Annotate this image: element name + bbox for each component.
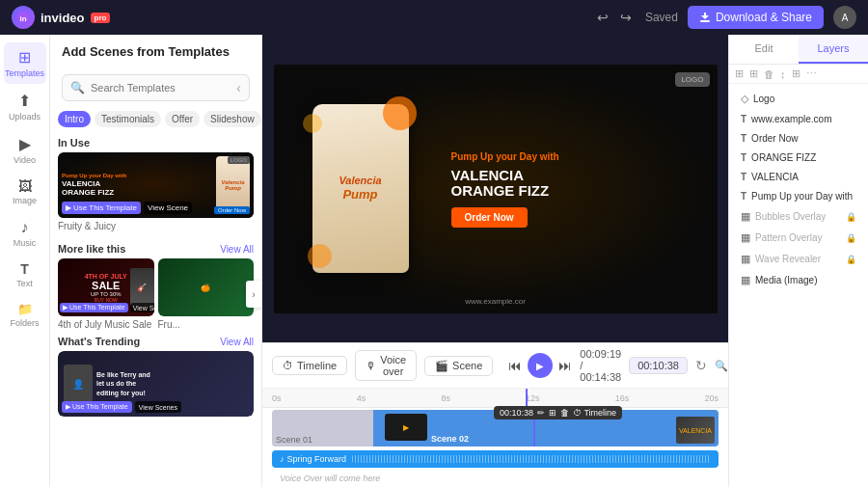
sale-thumb: 4TH OF JULY SALE UP TO 30% BUY NOW 🎸 <box>58 258 154 316</box>
more-next-button[interactable]: › <box>246 281 261 308</box>
ruler-12s: 12s <box>526 393 540 403</box>
layer-logo[interactable]: ◇ Logo <box>733 89 864 109</box>
sidebar-item-folders[interactable]: 📁 Folders <box>4 296 46 334</box>
search-input[interactable] <box>91 82 231 94</box>
in-use-template-card[interactable]: Pump Up your Day with VALENCIAORANGE FIZ… <box>58 152 254 231</box>
layers-toolbar-icon-3[interactable]: ↕ <box>780 68 786 80</box>
preview-order-button[interactable]: Order Now <box>451 207 528 228</box>
sidebar-item-video[interactable]: ▶ Video <box>4 129 46 171</box>
collapse-panel-button[interactable]: ‹ <box>236 80 241 95</box>
top-bar-right: ↩ ↪ Saved Download & Share A <box>593 6 856 29</box>
user-avatar[interactable]: A <box>833 6 856 29</box>
timeline-ruler: 0s 4s 8s 12s 16s 20s <box>262 389 728 408</box>
templates-label: Templates <box>5 68 44 78</box>
image-icon: 🖼 <box>18 178 32 194</box>
sidebar-item-image[interactable]: 🖼 Image <box>4 173 46 211</box>
order-layer-name: Order Now <box>751 133 856 144</box>
music-icon: ♪ <box>21 219 29 236</box>
voiceover-track: Voice Over will come here <box>272 472 719 485</box>
ruler-0s: 0s <box>272 393 282 403</box>
view-scene-button[interactable]: View Scene <box>144 202 192 214</box>
layer-orange-fizz[interactable]: T ORANGE FIZZ <box>733 149 864 167</box>
sidebar-item-music[interactable]: ♪ Music <box>4 213 46 254</box>
use-template-button[interactable]: ▶ Use This Template <box>62 202 141 214</box>
download-share-button[interactable]: Download & Share <box>688 6 824 29</box>
redo-button[interactable]: ↪ <box>616 8 636 27</box>
layers-toolbar-icon-1[interactable]: ⊞ <box>735 68 744 80</box>
pattern-name: Pattern Overlay <box>755 232 841 243</box>
trending-card[interactable]: 👤 Be like Terry andlet us do theediting … <box>58 351 254 417</box>
orange-deco-1 <box>383 96 417 130</box>
saved-indicator: Saved <box>645 11 678 24</box>
scene-02-thumbnail: ▶ <box>385 414 427 441</box>
orange-fizz-name: ORANGE FIZZ <box>751 152 856 163</box>
ruler-marks: 0s 4s 8s 12s 16s 20s <box>272 393 719 403</box>
url-layer-name: www.example.com <box>751 114 856 124</box>
tab-intro[interactable]: Intro <box>58 111 91 127</box>
layer-media[interactable]: ▦ Media (Image) <box>733 270 864 290</box>
tab-layers[interactable]: Layers <box>799 35 868 64</box>
layer-url[interactable]: T www.example.com <box>733 110 864 128</box>
panel-scroll: In Use Pump Up your Day with VALENCIAORA… <box>50 131 261 487</box>
timecode-refresh-button[interactable]: ↻ <box>695 358 707 373</box>
more-card-1[interactable]: 4TH OF JULY SALE UP TO 30% BUY NOW 🎸 <box>58 258 154 330</box>
play-button[interactable]: ▶ <box>528 353 553 378</box>
bubbles-name: Bubbles Overlay <box>755 211 841 222</box>
voiceover-button[interactable]: 🎙 Voice over <box>355 350 417 381</box>
valencia-name: VALENCIA <box>751 172 856 182</box>
sidebar-item-text[interactable]: T Text <box>4 256 46 294</box>
undo-button[interactable]: ↩ <box>593 8 612 27</box>
layer-pump-text[interactable]: T Pump Up your Day with <box>733 187 864 205</box>
trending-header: What's Trending View All <box>58 330 254 351</box>
search-bar: 🔍 ‹ <box>62 74 250 101</box>
media-name: Media (Image) <box>755 275 856 285</box>
vo-label: Voice Over will come here <box>280 473 380 483</box>
sidebar-item-templates[interactable]: ⊞ Templates <box>4 42 46 84</box>
layers-toolbar-icon-2[interactable]: ⊞ <box>749 68 758 80</box>
preview-text-area: Pump Up your Day with VALENCIA ORANGE FI… <box>448 65 718 313</box>
layers-toolbar-icon-4[interactable]: ⊞ <box>792 68 800 80</box>
panel-title: Add Scenes from Templates <box>62 44 230 59</box>
can-brand-text: Valencia <box>339 175 381 187</box>
bubbles-icon: ▦ <box>741 210 750 223</box>
layers-toolbar-delete[interactable]: 🗑 <box>764 68 774 80</box>
more-view-all-link[interactable]: View All <box>220 244 254 255</box>
more-card-2[interactable]: 🍊 Fru... <box>158 258 255 330</box>
view-scenes-2-button[interactable]: View Scenes <box>130 303 154 312</box>
trending-view-button[interactable]: View Scenes <box>135 401 181 413</box>
undo-redo-group: ↩ ↪ <box>593 8 636 27</box>
layer-pattern[interactable]: ▦ Pattern Overlay 🔒 <box>733 228 864 248</box>
tab-slideshow[interactable]: Slideshow <box>203 111 261 127</box>
layer-order-now[interactable]: T Order Now <box>733 129 864 148</box>
more-like-this-header: More like this View All <box>58 237 254 258</box>
layer-wave[interactable]: ▦ Wave Revealer 🔒 <box>733 249 864 269</box>
left-sidebar: ⊞ Templates ⬆ Uploads ▶ Video 🖼 Image ♪ … <box>0 35 50 487</box>
in-use-overlay: ▶ Use This Template View Scene <box>58 198 254 218</box>
layer-bubbles[interactable]: ▦ Bubbles Overlay 🔒 <box>733 206 864 227</box>
time-display: 00:09:19 / 00:14:38 <box>580 348 621 383</box>
pattern-lock-icon: 🔒 <box>846 233 856 243</box>
logo-layer-name: Logo <box>753 94 856 104</box>
layers-toolbar-more[interactable]: ⋯ <box>806 68 817 80</box>
timeline-button[interactable]: ⏱ Timeline <box>272 356 347 375</box>
tab-edit[interactable]: Edit <box>729 35 799 64</box>
use-template-2-button[interactable]: ▶ Use This Template <box>60 303 128 312</box>
scene-button[interactable]: 🎬 Scene <box>424 356 493 376</box>
tab-testimonials[interactable]: Testimonials <box>95 111 161 127</box>
layer-valencia[interactable]: T VALENCIA <box>733 168 864 186</box>
trending-use-button[interactable]: ▶ Use This Template <box>62 401 132 413</box>
ruler-4s: 4s <box>357 393 366 403</box>
skip-forward-button[interactable]: ⏭ <box>558 358 572 373</box>
video-icon: ▶ <box>19 135 31 153</box>
trending-view-all-link[interactable]: View All <box>220 337 254 347</box>
tab-offer[interactable]: Offer <box>165 111 200 127</box>
pattern-icon: ▦ <box>741 231 750 244</box>
mic-icon: 🎙 <box>366 360 376 371</box>
scene-01-block[interactable]: Scene 01 <box>272 410 373 446</box>
pro-badge: pro <box>91 13 111 23</box>
templates-panel: Add Scenes from Templates 🔍 ‹ Intro Test… <box>50 35 262 487</box>
skip-back-button[interactable]: ⏮ <box>508 358 522 373</box>
sidebar-item-uploads[interactable]: ⬆ Uploads <box>4 86 46 127</box>
ruler-playhead <box>526 389 528 407</box>
uploads-icon: ⬆ <box>18 92 31 110</box>
